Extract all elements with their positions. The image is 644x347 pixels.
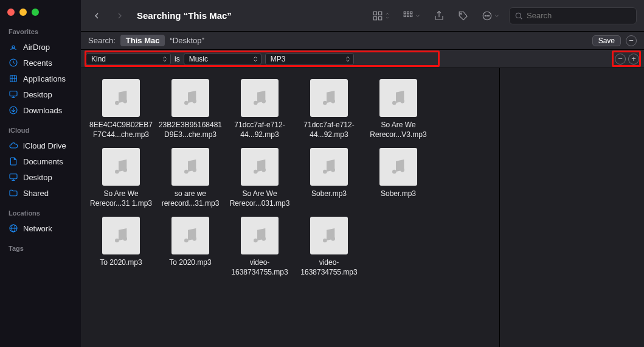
criteria-value1-select[interactable]: Music [184,53,261,65]
criteria-value2-select[interactable]: MP3 [265,53,354,65]
back-button[interactable] [88,7,105,24]
file-item[interactable]: So Are We Rerecor...31 1.mp3 [87,148,155,208]
dropdown-indicator-icon [162,56,168,62]
globe-icon [9,223,18,233]
svg-point-44 [400,99,404,103]
file-item[interactable]: So Are We Rerecor...V3.mp3 [364,79,432,139]
file-name-label: Sober.mp3 [379,189,417,199]
sidebar-item-label: Network [23,224,52,233]
svg-rect-6 [10,91,17,96]
dropdown-indicator-icon [345,56,351,62]
svg-point-28 [460,13,462,14]
window-title: Searching “This Mac” [137,10,232,21]
svg-point-47 [184,170,189,174]
sidebar-item-downloads[interactable]: Downloads [4,102,77,118]
file-name-label: So Are We Rerecor...031.mp3 [226,189,294,208]
file-item[interactable]: 23B2E3B95168481D9E3...che.mp3 [156,79,224,139]
file-name-label: video-1638734755.mp3 [295,258,363,277]
file-item[interactable]: video-1638734755.mp3 [295,217,363,277]
file-item[interactable]: 8EE4C4C9B02EB7F7C44...che.mp3 [87,79,155,139]
file-item[interactable]: Sober.mp3 [364,148,432,208]
svg-rect-19 [373,16,376,19]
folder-icon [9,188,18,198]
remove-criteria-button[interactable]: − [615,54,626,65]
file-item[interactable]: So Are We Rerecor...031.mp3 [226,148,294,208]
scope-desktop[interactable]: “Desktop” [170,36,204,45]
music-file-icon [102,217,140,254]
file-item[interactable]: 71dcc7af-e712-44...92.mp3 [295,79,363,139]
file-name-label: 23B2E3B95168481D9E3...che.mp3 [156,121,224,139]
sidebar-item-desktop[interactable]: Desktop [4,86,77,102]
more-actions-menu[interactable] [479,7,503,24]
doc-icon [9,156,18,166]
sidebar-item-documents[interactable]: Documents [4,153,77,169]
file-name-label: 8EE4C4C9B02EB7F7C44...che.mp3 [87,121,155,139]
main-area: Searching “This Mac” [81,0,644,347]
file-item[interactable]: Sober.mp3 [295,148,363,208]
close-window[interactable] [7,9,15,16]
fullscreen-window[interactable] [32,9,39,16]
minimize-window[interactable] [19,9,27,16]
sidebar-item-network[interactable]: Network [4,220,77,236]
app-icon [9,74,18,83]
svg-point-31 [486,15,488,16]
view-icon-mode[interactable] [369,7,393,24]
file-item[interactable]: To 2020.mp3 [87,217,155,277]
svg-point-55 [115,239,119,243]
svg-point-36 [123,99,127,103]
music-file-icon [241,217,279,254]
svg-point-60 [261,237,266,241]
sidebar-item-label: Downloads [23,106,62,115]
svg-point-33 [516,13,521,18]
collapse-criteria-button[interactable]: − [626,35,637,46]
sidebar-item-recents[interactable]: Recents [4,55,77,71]
svg-point-38 [192,99,196,103]
search-input[interactable] [527,11,631,20]
sidebar-item-airdrop[interactable]: AirDrop [4,39,77,55]
svg-point-61 [323,239,327,243]
forward-button[interactable] [111,7,128,24]
svg-point-56 [123,237,127,241]
svg-point-51 [323,170,327,174]
cloud-icon [9,141,18,150]
file-item[interactable]: To 2020.mp3 [156,217,224,277]
file-item[interactable]: video-1638734755.mp3 [226,217,294,277]
sidebar-item-label: iCloud Drive [23,141,66,150]
sidebar-item-label: AirDrop [23,43,50,52]
file-name-label: So Are We Rerecor...31 1.mp3 [87,189,155,208]
music-file-icon [310,148,348,186]
scope-this-mac[interactable]: This Mac [120,35,165,46]
file-item[interactable]: so are we rerecord...31.mp3 [156,148,224,208]
tag-icon[interactable] [454,7,473,24]
svg-rect-23 [410,12,412,13]
file-name-label: Sober.mp3 [310,189,348,199]
files-grid-area[interactable]: 8EE4C4C9B02EB7F7C44...che.mp323B2E3B9516… [81,68,499,347]
file-name-label: So Are We Rerecor...V3.mp3 [364,121,432,139]
svg-point-57 [184,239,189,243]
file-name-label: To 2020.mp3 [168,258,212,268]
music-file-icon [102,79,140,117]
sidebar-item-desktop[interactable]: Desktop [4,169,77,185]
search-field-container[interactable] [509,7,637,24]
music-file-icon [379,148,417,186]
toolbar: Searching “This Mac” [81,0,644,32]
sidebar-item-label: Applications [23,74,66,83]
svg-rect-18 [379,12,382,15]
sidebar-item-shared[interactable]: Shared [4,185,77,201]
sidebar-item-icloud-drive[interactable]: iCloud Drive [4,138,77,153]
search-criteria-row: Kind is Music MP3 − + [81,50,644,68]
music-file-icon [171,79,209,117]
sidebar-item-label: Shared [23,189,49,198]
add-criteria-button[interactable]: + [628,54,639,65]
desktop-icon [9,89,18,99]
preview-pane [499,68,644,347]
group-by-menu[interactable] [400,7,424,24]
criteria-attribute-select[interactable]: Kind [86,53,171,65]
sidebar-item-applications[interactable]: Applications [4,71,77,86]
save-search-button[interactable]: Save [592,35,621,46]
sidebar-item-label: Documents [23,157,63,166]
file-item[interactable]: 71dcc7af-e712-44...92.mp3 [226,79,294,139]
share-icon[interactable] [430,7,448,24]
svg-line-34 [521,17,522,19]
music-file-icon [102,148,140,186]
